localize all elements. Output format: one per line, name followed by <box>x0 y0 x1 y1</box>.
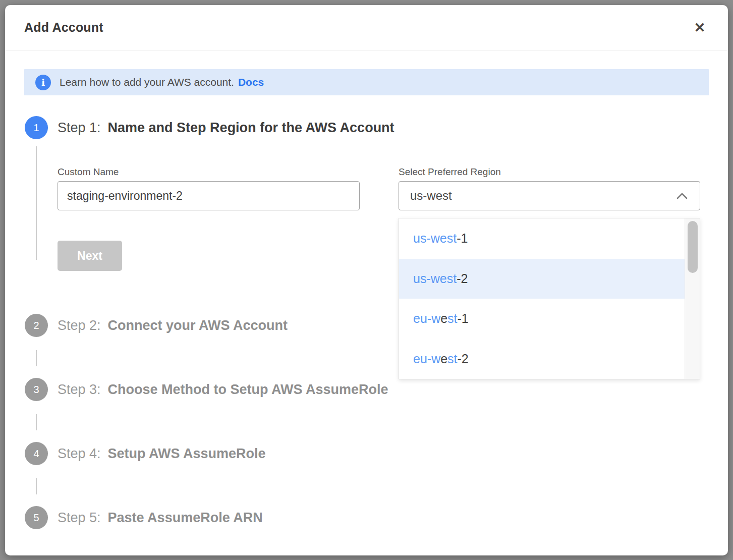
region-option[interactable]: us-west-1 <box>399 218 685 259</box>
step-connector-line <box>36 350 37 366</box>
option-text: -2 <box>457 271 468 286</box>
region-option[interactable]: eu-west-1 <box>399 299 685 339</box>
step-connector-line <box>36 146 37 260</box>
step-5-title: Paste AssumeRole ARN <box>108 510 263 526</box>
step-2-prefix: Step 2: <box>58 318 101 333</box>
step-3-section: 3 Step 3: Choose Method to Setup AWS Ass… <box>24 378 709 442</box>
step-3-prefix: Step 3: <box>58 382 101 398</box>
step-4-number-badge: 4 <box>25 442 48 465</box>
option-text-matched: us-west <box>413 231 457 246</box>
region-select[interactable]: us-west <box>399 181 700 210</box>
docs-link[interactable]: Docs <box>238 76 264 88</box>
step-5-prefix: Step 5: <box>58 510 101 526</box>
banner-text: Learn how to add your AWS account. <box>60 76 234 88</box>
step-1-section: 1 Step 1: Name and Step Region for the A… <box>24 116 709 314</box>
custom-name-input[interactable] <box>58 181 360 210</box>
region-dropdown: us-west-1us-west-2eu-west-1eu-west-2 <box>399 218 700 379</box>
modal-header: Add Account ✕ <box>5 5 728 50</box>
option-text: -2 <box>458 352 469 366</box>
option-text-matched: us-west <box>413 271 457 286</box>
step-5-header: 5 Step 5: Paste AssumeRole ARN <box>24 506 709 529</box>
option-text-matched: st <box>447 352 457 366</box>
add-account-modal: Add Account ✕ i Learn how to add your AW… <box>5 5 728 555</box>
custom-name-label: Custom Name <box>58 166 360 178</box>
option-text: -1 <box>457 231 468 246</box>
step-3-number-badge: 3 <box>25 378 48 401</box>
option-text-matched: st <box>447 311 457 326</box>
step-4-header: 4 Step 4: Setup AWS AssumeRole <box>24 442 709 465</box>
dropdown-scrollbar[interactable] <box>685 218 700 379</box>
option-text: -1 <box>458 311 469 326</box>
step-1-number-badge: 1 <box>25 116 48 139</box>
custom-name-field-group: Custom Name Next <box>58 166 360 271</box>
step-1-header: 1 Step 1: Name and Step Region for the A… <box>24 116 709 139</box>
step-2-number-badge: 2 <box>25 314 48 337</box>
step-1-form: Custom Name Next Select Preferred Region… <box>58 166 709 271</box>
step-4-section: 4 Step 4: Setup AWS AssumeRole <box>24 442 709 506</box>
step-3-title: Choose Method to Setup AWS AssumeRole <box>108 382 388 398</box>
option-text: e <box>440 352 447 366</box>
region-field-group: Select Preferred Region us-west us-west-… <box>399 166 700 271</box>
step-1-title: Name and Step Region for the AWS Account <box>108 120 394 136</box>
modal-body: i Learn how to add your AWS account. Doc… <box>5 50 728 529</box>
modal-title: Add Account <box>24 20 103 35</box>
next-button[interactable]: Next <box>58 241 122 271</box>
step-connector-line <box>36 478 37 494</box>
region-option-list: us-west-1us-west-2eu-west-1eu-west-2 <box>399 218 685 379</box>
step-2-title: Connect your AWS Account <box>108 318 288 333</box>
region-select-value: us-west <box>410 189 676 203</box>
region-option[interactable]: us-west-2 <box>399 259 685 299</box>
step-connector-line <box>36 414 37 430</box>
option-text-matched: eu-w <box>413 311 440 326</box>
info-icon: i <box>35 75 51 90</box>
region-option[interactable]: eu-west-2 <box>399 339 685 379</box>
option-text: e <box>440 311 447 326</box>
option-text-matched: eu-w <box>413 352 440 366</box>
step-4-prefix: Step 4: <box>58 446 101 462</box>
step-3-header: 3 Step 3: Choose Method to Setup AWS Ass… <box>24 378 709 401</box>
step-5-section: 5 Step 5: Paste AssumeRole ARN <box>24 506 709 529</box>
chevron-up-icon <box>676 193 688 199</box>
close-icon[interactable]: ✕ <box>690 18 710 38</box>
step-1-prefix: Step 1: <box>58 120 101 136</box>
dropdown-scrollbar-thumb[interactable] <box>688 221 698 273</box>
info-banner: i Learn how to add your AWS account. Doc… <box>24 69 709 95</box>
step-4-title: Setup AWS AssumeRole <box>108 446 266 462</box>
steps-list: 1 Step 1: Name and Step Region for the A… <box>24 116 709 529</box>
step-5-number-badge: 5 <box>25 506 48 529</box>
region-label: Select Preferred Region <box>399 166 700 178</box>
